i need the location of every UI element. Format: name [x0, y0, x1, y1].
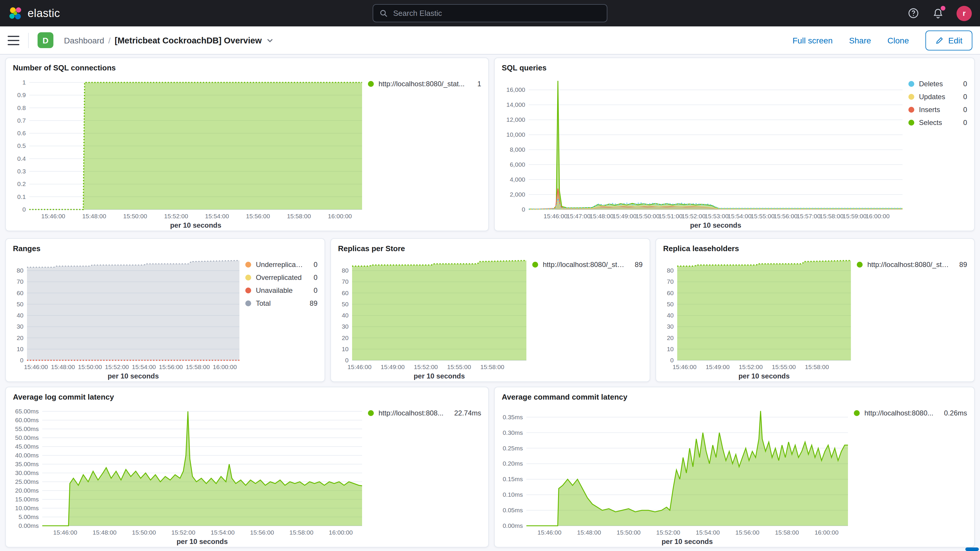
panel-title[interactable]: Replica leaseholders — [656, 239, 974, 253]
svg-text:0.9: 0.9 — [18, 92, 26, 98]
svg-text:20: 20 — [342, 334, 348, 341]
search-icon — [380, 9, 388, 17]
svg-text:15:49:00: 15:49:00 — [612, 213, 637, 220]
replicas-per-store-chart[interactable]: 0102030405060708015:46:0015:49:0015:52:0… — [331, 253, 532, 381]
svg-text:50: 50 — [342, 301, 348, 307]
panel-ranges: Ranges 0102030405060708015:46:0015:48:00… — [5, 238, 325, 382]
series-color-dot — [245, 275, 251, 280]
legend-item[interactable]: Deletes0 — [908, 80, 967, 88]
panel-title[interactable]: Average command commit latency — [495, 387, 974, 402]
svg-text:0.2: 0.2 — [18, 180, 26, 187]
bottom-scroll-indicator[interactable] — [965, 548, 979, 551]
svg-text:15:50:00: 15:50:00 — [617, 529, 641, 536]
pencil-icon — [935, 36, 943, 44]
svg-text:70: 70 — [342, 278, 348, 285]
svg-text:15:48:00: 15:48:00 — [51, 363, 75, 370]
legend-item[interactable]: http://localhost:8080...0.26ms — [854, 409, 967, 417]
legend-item[interactable]: Unavailable0 — [245, 287, 318, 295]
command-commit-latency-chart[interactable]: 0.00ms0.05ms0.10ms0.15ms0.20ms0.25ms0.30… — [495, 402, 854, 547]
notifications-icon[interactable] — [932, 7, 943, 19]
svg-text:0: 0 — [522, 206, 525, 213]
menu-icon[interactable] — [8, 35, 19, 45]
chevron-down-icon[interactable] — [266, 36, 274, 44]
svg-text:20: 20 — [17, 334, 24, 341]
svg-text:15:55:00: 15:55:00 — [772, 363, 796, 370]
svg-text:15:48:00: 15:48:00 — [577, 529, 601, 536]
svg-text:6,000: 6,000 — [510, 161, 525, 168]
svg-text:16:00:00: 16:00:00 — [213, 363, 237, 370]
legend-value: 0 — [309, 287, 318, 295]
legend-item[interactable]: http://localhost:8080/_sta...89 — [532, 261, 643, 269]
svg-text:0.15ms: 0.15ms — [503, 476, 523, 483]
svg-text:15:49:00: 15:49:00 — [706, 363, 730, 370]
svg-text:80: 80 — [667, 267, 674, 274]
legend-label: Deletes — [919, 80, 943, 88]
share-button[interactable]: Share — [849, 35, 871, 45]
svg-text:15:55:00: 15:55:00 — [447, 363, 471, 370]
legend-value: 89 — [630, 261, 643, 269]
panel-title[interactable]: Ranges — [6, 239, 325, 253]
legend-item[interactable]: Selects0 — [908, 118, 967, 127]
panel-title[interactable]: SQL queries — [495, 58, 974, 73]
breadcrumb-dashboard-link[interactable]: Dashboard — [64, 35, 104, 45]
legend-value: 0 — [959, 106, 967, 114]
legend-item[interactable]: Inserts0 — [908, 106, 967, 114]
svg-text:45.00ms: 45.00ms — [15, 443, 39, 450]
svg-text:15:58:00: 15:58:00 — [289, 529, 313, 536]
legend-item[interactable]: http://localhost:8080/_sta...89 — [857, 261, 967, 269]
svg-text:40: 40 — [342, 312, 348, 318]
svg-text:15:56:00: 15:56:00 — [735, 529, 759, 536]
svg-text:10.00ms: 10.00ms — [15, 505, 39, 511]
series-color-dot — [908, 94, 914, 100]
space-badge[interactable]: D — [38, 32, 53, 48]
svg-text:60: 60 — [17, 290, 24, 296]
svg-text:15:54:00: 15:54:00 — [211, 529, 235, 536]
legend-item[interactable]: Underreplicated0 — [245, 261, 318, 269]
replica-leaseholders-chart[interactable]: 0102030405060708015:46:0015:49:0015:52:0… — [656, 253, 857, 381]
chart-legend: Deletes0Updates0Inserts0Selects0 — [908, 73, 974, 231]
series-color-dot — [368, 410, 374, 416]
svg-text:25.00ms: 25.00ms — [15, 478, 39, 485]
svg-text:10,000: 10,000 — [506, 131, 525, 138]
panel-replicas-per-store: Replicas per Store 0102030405060708015:4… — [330, 238, 650, 382]
svg-text:0.00ms: 0.00ms — [19, 522, 39, 529]
svg-text:50: 50 — [667, 301, 674, 307]
svg-text:15:56:00: 15:56:00 — [774, 213, 798, 220]
legend-value: 89 — [955, 261, 967, 269]
panel-sql-connections: Number of SQL connections 00.10.20.30.40… — [5, 57, 489, 231]
user-avatar[interactable]: r — [956, 6, 972, 21]
svg-text:15:58:00: 15:58:00 — [819, 213, 843, 220]
brand[interactable]: elastic — [8, 6, 60, 20]
clone-button[interactable]: Clone — [888, 35, 909, 45]
log-commit-latency-chart[interactable]: 0.00ms5.00ms10.00ms15.00ms20.00ms25.00ms… — [6, 402, 368, 547]
global-search-input[interactable]: Search Elastic — [372, 4, 608, 22]
svg-text:8,000: 8,000 — [510, 146, 525, 153]
svg-text:70: 70 — [667, 278, 674, 285]
full-screen-button[interactable]: Full screen — [792, 35, 833, 45]
legend-value: 0 — [959, 80, 967, 88]
sql-connections-chart[interactable]: 00.10.20.30.40.50.60.70.80.9115:46:0015:… — [6, 73, 368, 231]
panel-title[interactable]: Average log commit latency — [6, 387, 488, 402]
svg-text:15:46:00: 15:46:00 — [538, 529, 562, 536]
panel-title[interactable]: Replicas per Store — [331, 239, 650, 253]
legend-item[interactable]: http://localhost:8080/_stat...1 — [368, 80, 481, 88]
legend-label: Inserts — [919, 106, 940, 114]
legend-item[interactable]: Updates0 — [908, 93, 967, 101]
help-icon[interactable] — [907, 7, 919, 19]
edit-button[interactable]: Edit — [926, 30, 972, 50]
legend-item[interactable]: http://localhost:808...22.74ms — [368, 409, 481, 417]
svg-text:30: 30 — [667, 323, 674, 330]
legend-item[interactable]: Overreplicated0 — [245, 274, 318, 282]
svg-text:15:54:00: 15:54:00 — [205, 213, 229, 220]
ranges-chart[interactable]: 0102030405060708015:46:0015:48:0015:50:0… — [6, 253, 245, 381]
panel-title[interactable]: Number of SQL connections — [6, 58, 488, 73]
legend-item[interactable]: Total89 — [245, 299, 318, 307]
svg-text:15:46:00: 15:46:00 — [41, 213, 65, 220]
svg-text:55.00ms: 55.00ms — [15, 425, 39, 432]
svg-text:15:58:00: 15:58:00 — [287, 213, 311, 220]
svg-text:0.4: 0.4 — [18, 155, 26, 162]
sql-queries-chart[interactable]: 02,0004,0006,0008,00010,00012,00014,0001… — [495, 73, 908, 231]
series-color-dot — [245, 288, 251, 293]
svg-text:0.05ms: 0.05ms — [503, 507, 523, 513]
svg-text:0: 0 — [20, 357, 24, 363]
